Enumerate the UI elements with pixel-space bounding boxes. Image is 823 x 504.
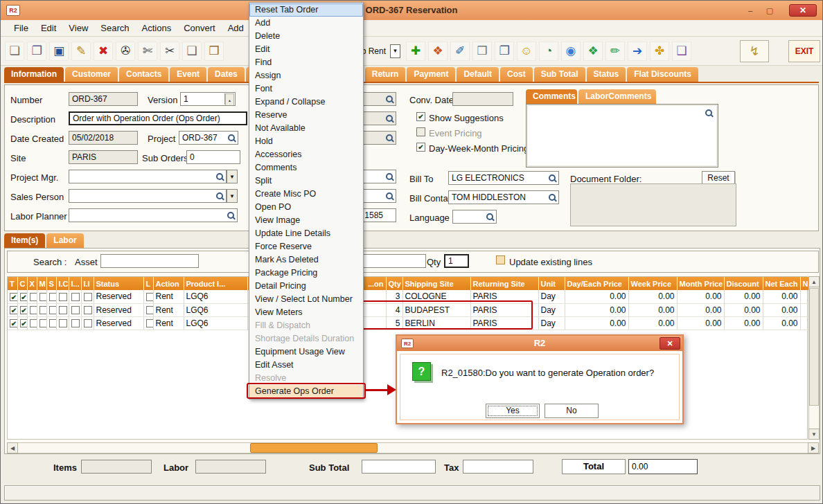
tab-labor[interactable]: Labor: [46, 233, 83, 248]
menubar-item[interactable]: Edit: [35, 23, 62, 33]
menubar-item[interactable]: Search: [94, 23, 135, 33]
lookup-icon[interactable]: [548, 193, 557, 202]
language-field[interactable]: [452, 210, 497, 224]
row-checkbox[interactable]: ✔: [10, 293, 17, 301]
column-header[interactable]: S: [46, 277, 56, 290]
context-menu-item[interactable]: Not Available: [249, 122, 363, 135]
vertical-scrollbar[interactable]: ▲ ▼: [808, 276, 820, 440]
context-menu-item[interactable]: Delete: [249, 30, 363, 43]
row-checkbox[interactable]: [84, 293, 92, 301]
context-menu-item[interactable]: Expand / Collapse: [249, 96, 363, 109]
row-checkbox[interactable]: [71, 319, 80, 327]
tab[interactable]: Payment: [407, 67, 455, 82]
scroll-down-icon[interactable]: ▼: [808, 429, 820, 440]
exit-button[interactable]: EXIT: [788, 40, 820, 62]
site-field[interactable]: PARIS: [69, 150, 138, 164]
tab-labor-comments[interactable]: LaborComments: [578, 89, 656, 104]
context-menu-item[interactable]: Edit: [249, 43, 363, 56]
tab[interactable]: Return: [365, 67, 406, 82]
lookup-icon[interactable]: [385, 192, 394, 201]
row-checkbox[interactable]: ✔: [20, 319, 28, 327]
row-checkbox[interactable]: [71, 306, 80, 314]
tab[interactable]: Default: [457, 67, 499, 82]
print-icon[interactable]: ❐: [27, 42, 46, 61]
row-checkbox[interactable]: ✔: [10, 319, 17, 327]
lookup-icon[interactable]: [486, 213, 495, 222]
print-report-icon[interactable]: ❐: [495, 42, 514, 61]
bill-contact-field[interactable]: TOM HIDDLESTON: [448, 190, 559, 204]
edit-note-icon[interactable]: ✐: [450, 42, 470, 61]
column-header[interactable]: Month Price: [677, 277, 724, 290]
number-field[interactable]: ORD-367: [69, 92, 138, 106]
row-checkbox[interactable]: [30, 319, 37, 327]
asset-search-input[interactable]: [100, 254, 199, 268]
tab[interactable]: Contacts: [119, 67, 168, 82]
delete-icon[interactable]: ✖: [94, 42, 113, 61]
date-created-field[interactable]: 05/02/2018: [69, 131, 138, 145]
context-menu-item[interactable]: Detail Pricing: [249, 280, 363, 293]
lookup-icon[interactable]: [227, 211, 236, 220]
column-header[interactable]: Discount: [724, 277, 763, 290]
column-header[interactable]: Action: [153, 277, 184, 290]
context-menu-item[interactable]: Comments: [249, 161, 363, 174]
tab[interactable]: Sub Total: [534, 67, 585, 82]
puzzle-icon[interactable]: ❑: [672, 42, 691, 61]
lookup-icon[interactable]: [385, 134, 394, 143]
column-header[interactable]: Net Each: [763, 277, 800, 290]
tab[interactable]: Cost: [500, 67, 533, 82]
tax-field[interactable]: [463, 460, 533, 474]
row-checkbox[interactable]: [84, 306, 92, 314]
clock-icon[interactable]: ◔: [539, 42, 558, 61]
row-checkbox[interactable]: ✔: [10, 306, 17, 314]
tab[interactable]: Event: [170, 67, 206, 82]
context-menu-item[interactable]: Update Line Details: [249, 227, 363, 240]
column-header[interactable]: Returning Site: [470, 277, 538, 290]
context-menu-item[interactable]: Create Misc PO: [249, 188, 363, 201]
context-menu-item[interactable]: View Image: [249, 214, 363, 227]
tab[interactable]: Dates: [208, 67, 245, 82]
lookup-icon[interactable]: [385, 114, 394, 123]
context-menu-item[interactable]: View Meters: [249, 306, 363, 319]
menubar-item[interactable]: View: [62, 23, 94, 33]
column-header[interactable]: I.C: [56, 277, 69, 290]
row-checkbox[interactable]: [84, 319, 92, 327]
context-menu-item[interactable]: Assign: [249, 69, 363, 82]
context-menu-item[interactable]: Equipment Usage View: [249, 345, 363, 359]
bill-to-field[interactable]: LG ELECTRONICS: [448, 171, 559, 185]
chevron-down-icon[interactable]: ▼: [390, 44, 400, 58]
lookup-icon[interactable]: [385, 172, 394, 181]
note-green-icon[interactable]: ✏: [605, 42, 625, 61]
context-menu-item[interactable]: View / Select Lot Number: [249, 293, 363, 306]
context-menu-item[interactable]: Force Reserve: [249, 240, 363, 253]
paste-icon[interactable]: ❒: [204, 42, 224, 61]
column-header[interactable]: Week Price: [628, 277, 677, 290]
column-header[interactable]: Product I...: [184, 277, 247, 290]
context-menu-item[interactable]: Find: [249, 56, 363, 69]
copy-icon[interactable]: ❑: [182, 42, 202, 61]
row-checkbox[interactable]: [39, 319, 47, 327]
stepper-up-icon[interactable]: ▲: [225, 93, 234, 106]
lookup-icon[interactable]: [548, 174, 557, 183]
menu-item-reset-tab-order[interactable]: Reset Tab Order: [249, 3, 363, 17]
row-checkbox[interactable]: [39, 293, 47, 301]
cubes-icon[interactable]: ❖: [583, 42, 603, 61]
save-icon[interactable]: ▣: [49, 42, 69, 61]
minimize-button[interactable]: –: [742, 4, 759, 17]
menubar-item[interactable]: Actions: [136, 23, 178, 33]
close-button[interactable]: ✕: [789, 4, 817, 17]
row-checkbox[interactable]: [39, 306, 47, 314]
horizontal-scroll-thumb[interactable]: [250, 443, 378, 453]
lookup-icon[interactable]: [385, 95, 394, 104]
edit-pencil-icon[interactable]: ✎: [71, 42, 91, 61]
version-stepper[interactable]: ▲▼: [224, 93, 234, 105]
tab[interactable]: Flat Discounts: [627, 67, 698, 82]
column-header[interactable]: T: [8, 277, 17, 290]
cut-line-icon[interactable]: ✄: [138, 42, 157, 61]
document-folder-box[interactable]: [570, 183, 736, 226]
row-checkbox[interactable]: [71, 293, 80, 301]
lookup-icon[interactable]: [215, 192, 224, 201]
context-menu-item[interactable]: Split: [249, 174, 363, 188]
arrow-blue-icon[interactable]: ➔: [628, 42, 647, 61]
dwm-pricing-checkbox[interactable]: ✔: [416, 143, 425, 152]
column-header[interactable]: I.I: [81, 277, 94, 290]
